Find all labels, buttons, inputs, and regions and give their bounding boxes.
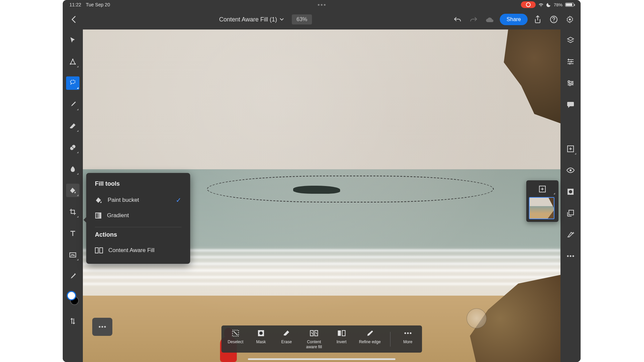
screen-record-indicator[interactable] <box>521 1 536 8</box>
svg-point-34 <box>99 326 101 328</box>
settings-icon[interactable] <box>564 13 576 25</box>
back-button[interactable] <box>67 13 79 25</box>
multitask-dots[interactable] <box>318 4 326 6</box>
help-icon[interactable] <box>548 13 560 25</box>
popover-title-filltools: Fill tools <box>86 180 190 192</box>
action-invert[interactable]: Invert <box>333 329 350 344</box>
svg-point-17 <box>404 333 406 334</box>
svg-point-6 <box>71 146 72 147</box>
action-content-aware-fill[interactable]: Content aware fill <box>304 329 324 349</box>
battery-icon <box>565 3 574 7</box>
right-toolbar <box>560 29 581 362</box>
heal-tool[interactable] <box>66 141 79 154</box>
visibility-icon[interactable] <box>564 164 577 177</box>
layer-properties-icon[interactable] <box>564 55 577 68</box>
svg-rect-31 <box>96 213 101 218</box>
document-title-dropdown[interactable]: Content Aware Fill (1) <box>219 16 284 23</box>
svg-point-30 <box>573 255 574 257</box>
app-window: 11:22 Tue Sep 20 78% Content Aware Fill … <box>63 0 581 362</box>
comments-icon[interactable] <box>564 98 577 111</box>
touch-indicator <box>467 308 487 328</box>
svg-point-24 <box>570 169 572 171</box>
foreground-color-swatch[interactable] <box>67 291 76 300</box>
wifi-icon <box>538 3 544 7</box>
top-toolbar: Content Aware Fill (1) 63% Share <box>63 9 581 29</box>
more-options-icon[interactable] <box>564 249 577 263</box>
layer-thumbnail[interactable] <box>529 197 554 219</box>
svg-point-26 <box>569 190 572 193</box>
status-bar: 11:22 Tue Sep 20 78% <box>63 0 581 9</box>
undo-button[interactable] <box>451 13 464 25</box>
svg-point-28 <box>567 255 569 257</box>
battery-percent: 78% <box>554 2 562 7</box>
svg-rect-32 <box>95 248 98 253</box>
action-more[interactable]: More <box>400 329 416 344</box>
text-tool[interactable] <box>66 227 79 240</box>
effects-icon[interactable] <box>564 228 577 241</box>
svg-rect-27 <box>569 210 574 215</box>
svg-point-19 <box>410 333 411 334</box>
svg-point-21 <box>572 82 573 84</box>
svg-point-35 <box>102 326 103 328</box>
layers-icon[interactable] <box>564 34 577 47</box>
action-erase[interactable]: Erase <box>278 329 294 344</box>
fill-tool[interactable] <box>66 184 79 197</box>
crop-tool[interactable] <box>66 205 79 219</box>
color-swatches[interactable] <box>66 291 79 306</box>
svg-point-22 <box>569 84 571 86</box>
popover-item-paint-bucket[interactable]: Paint bucket ✓ <box>86 192 190 208</box>
smudge-tool[interactable] <box>66 162 79 176</box>
svg-point-12 <box>259 331 263 335</box>
add-layer-button[interactable] <box>529 183 556 195</box>
action-deselect[interactable]: Deselect <box>227 329 244 344</box>
add-layer-icon[interactable] <box>564 142 577 156</box>
svg-rect-15 <box>338 330 341 336</box>
dnd-moon-icon <box>546 2 551 7</box>
svg-point-36 <box>104 326 106 328</box>
eyedropper-tool[interactable] <box>66 269 79 283</box>
action-refine-edge[interactable]: Refine edge <box>359 329 381 344</box>
share-button[interactable]: Share <box>500 14 528 25</box>
fill-tools-popover: Fill tools Paint bucket ✓ Gradient Actio… <box>86 173 190 264</box>
svg-point-2 <box>70 63 71 65</box>
svg-point-3 <box>74 63 76 65</box>
svg-point-29 <box>570 255 572 257</box>
redo-button[interactable] <box>468 13 480 25</box>
svg-rect-16 <box>342 330 345 336</box>
paint-bucket-icon <box>95 196 102 204</box>
zoom-level[interactable]: 63% <box>292 14 312 24</box>
svg-rect-33 <box>100 248 103 253</box>
selection-action-bar: Deselect Mask Erase Content aware fill I… <box>221 325 422 353</box>
move-tool[interactable] <box>66 34 79 47</box>
cloud-sync-icon[interactable] <box>484 13 496 25</box>
mask-icon[interactable] <box>564 185 577 198</box>
layer-thumbnail-panel <box>526 180 558 222</box>
popover-item-content-aware-fill[interactable]: Content Aware Fill <box>86 243 190 258</box>
svg-point-20 <box>568 81 570 82</box>
transform-tool[interactable] <box>66 55 79 68</box>
content-aware-fill-icon <box>95 247 103 254</box>
check-icon: ✓ <box>176 196 181 204</box>
selection-marquee <box>207 176 493 202</box>
tool-options-more[interactable] <box>92 318 112 336</box>
export-icon[interactable] <box>532 13 544 25</box>
status-time: 11:22 <box>69 2 81 7</box>
brush-tool[interactable] <box>66 98 79 111</box>
status-date: Tue Sep 20 <box>86 2 110 7</box>
editor-area: Deselect Mask Erase Content aware fill I… <box>63 29 581 362</box>
popover-title-actions: Actions <box>86 231 190 243</box>
eraser-tool[interactable] <box>66 119 79 133</box>
left-toolbar <box>63 29 83 362</box>
place-photo-tool[interactable] <box>66 248 79 261</box>
clip-icon[interactable] <box>564 206 577 220</box>
swap-colors-icon[interactable] <box>66 314 79 328</box>
adjustments-icon[interactable] <box>564 76 577 90</box>
popover-item-gradient[interactable]: Gradient <box>86 208 190 223</box>
action-mask[interactable]: Mask <box>253 329 269 344</box>
document-title: Content Aware Fill (1) <box>219 16 277 23</box>
lasso-select-tool[interactable] <box>66 76 79 90</box>
svg-point-1 <box>569 18 571 20</box>
svg-point-8 <box>72 147 73 148</box>
chevron-down-icon <box>280 18 284 21</box>
home-indicator[interactable] <box>248 358 395 360</box>
